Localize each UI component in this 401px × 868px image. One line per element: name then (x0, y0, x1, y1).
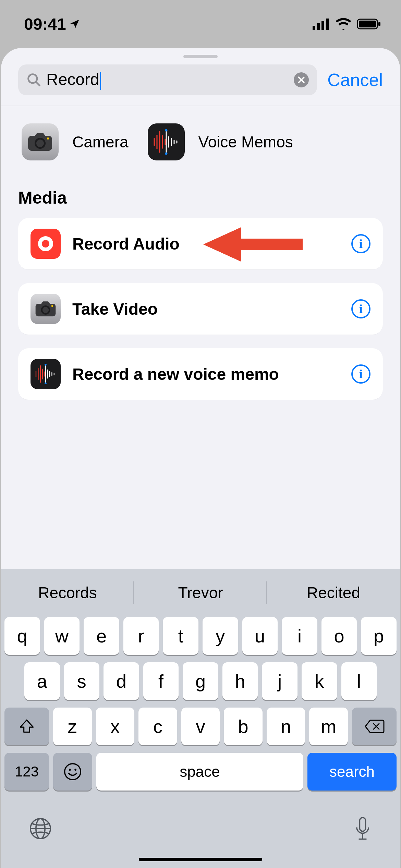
camera-icon-small (31, 294, 61, 324)
numbers-key[interactable]: 123 (4, 753, 49, 791)
clear-search-button[interactable] (294, 72, 309, 87)
record-audio-icon (31, 229, 61, 259)
space-key[interactable]: space (96, 753, 303, 791)
svg-point-11 (36, 140, 44, 147)
dictation-icon[interactable] (353, 817, 373, 844)
key-b[interactable]: b (224, 708, 263, 745)
action-label: Take Video (72, 300, 351, 318)
svg-point-42 (45, 364, 47, 366)
clock: 09:41 (24, 15, 66, 34)
info-button[interactable]: i (351, 364, 370, 384)
svg-point-46 (74, 769, 76, 771)
key-y[interactable]: y (203, 617, 238, 655)
x-icon (297, 76, 305, 84)
action-take-video[interactable]: Take Video i (18, 283, 383, 335)
cellular-icon (313, 18, 330, 30)
key-row-3: z x c v b n m (4, 708, 397, 745)
app-camera[interactable]: Camera (22, 123, 129, 160)
svg-point-26 (42, 240, 49, 248)
svg-rect-5 (359, 21, 376, 27)
search-key[interactable]: search (307, 753, 397, 791)
app-label: Camera (72, 133, 129, 151)
svg-rect-6 (378, 22, 380, 26)
svg-rect-0 (313, 26, 315, 30)
key-g[interactable]: g (183, 662, 218, 700)
search-field[interactable]: Record (18, 64, 317, 95)
key-d[interactable]: d (104, 662, 139, 700)
app-suggestions: Camera (18, 123, 383, 160)
suggestion-3[interactable]: Recited (267, 574, 400, 612)
status-icons (313, 18, 381, 30)
key-v[interactable]: v (181, 708, 220, 745)
info-button[interactable]: i (351, 299, 370, 318)
svg-point-31 (51, 305, 53, 307)
key-r[interactable]: r (123, 617, 159, 655)
svg-line-8 (36, 82, 40, 86)
globe-icon[interactable] (28, 817, 52, 841)
key-i[interactable]: i (282, 617, 317, 655)
shift-key[interactable] (4, 708, 49, 745)
suggestion-1[interactable]: Records (1, 574, 134, 612)
key-x[interactable]: x (96, 708, 135, 745)
backspace-icon (364, 719, 385, 734)
battery-icon (357, 18, 381, 30)
key-z[interactable]: z (53, 708, 92, 745)
key-m[interactable]: m (309, 708, 348, 745)
emoji-icon (63, 762, 82, 781)
key-a[interactable]: a (24, 662, 60, 700)
key-h[interactable]: h (222, 662, 258, 700)
key-p[interactable]: p (361, 617, 397, 655)
svg-point-45 (69, 769, 71, 771)
suggestion-2[interactable]: Trevor (134, 574, 267, 612)
status-time: 09:41 (24, 15, 81, 34)
svg-point-23 (165, 129, 167, 132)
voicememo-app-icon (148, 123, 185, 160)
key-u[interactable]: u (242, 617, 278, 655)
status-bar: 09:41 (0, 0, 401, 48)
key-row-1: q w e r t y u i o p (4, 617, 397, 655)
key-k[interactable]: k (302, 662, 337, 700)
keyboard: Records Trevor Recited q w e r t y u i o… (1, 569, 400, 868)
home-indicator[interactable] (139, 858, 262, 861)
key-l[interactable]: l (341, 662, 377, 700)
svg-point-24 (165, 153, 167, 155)
app-label: Voice Memos (198, 133, 293, 151)
svg-point-30 (42, 307, 49, 313)
search-input-value[interactable]: Record (46, 70, 101, 89)
key-o[interactable]: o (321, 617, 357, 655)
action-record-audio[interactable]: Record Audio i (18, 218, 383, 269)
key-w[interactable]: w (44, 617, 80, 655)
results-content: Camera (1, 106, 400, 569)
app-voice-memos[interactable]: Voice Memos (148, 123, 293, 160)
suggestion-bar: Records Trevor Recited (1, 574, 400, 612)
info-button[interactable]: i (351, 234, 370, 253)
wifi-icon (335, 18, 352, 30)
key-row-4: 123 space search (4, 753, 397, 791)
modal-sheet: Record Cancel Camera (1, 48, 400, 868)
key-c[interactable]: c (138, 708, 177, 745)
key-e[interactable]: e (84, 617, 119, 655)
key-t[interactable]: t (163, 617, 198, 655)
cancel-button[interactable]: Cancel (327, 70, 383, 90)
key-q[interactable]: q (4, 617, 40, 655)
svg-rect-3 (326, 19, 329, 30)
key-n[interactable]: n (267, 708, 305, 745)
key-f[interactable]: f (143, 662, 179, 700)
action-record-voice-memo[interactable]: Record a new voice memo i (18, 348, 383, 400)
svg-rect-1 (317, 23, 320, 30)
svg-point-44 (65, 764, 81, 780)
svg-point-43 (45, 382, 47, 384)
svg-point-12 (47, 137, 49, 140)
svg-rect-2 (321, 21, 324, 30)
voicememo-icon-small (31, 359, 61, 389)
shift-icon (18, 718, 35, 735)
key-row-2: a s d f g h j k l (4, 662, 397, 700)
key-j[interactable]: j (262, 662, 297, 700)
backspace-key[interactable] (352, 708, 397, 745)
emoji-key[interactable] (53, 753, 92, 791)
search-icon (26, 72, 41, 87)
sheet-grabber[interactable] (183, 55, 218, 58)
section-media-title: Media (18, 188, 383, 208)
key-s[interactable]: s (64, 662, 100, 700)
camera-app-icon (22, 123, 59, 160)
